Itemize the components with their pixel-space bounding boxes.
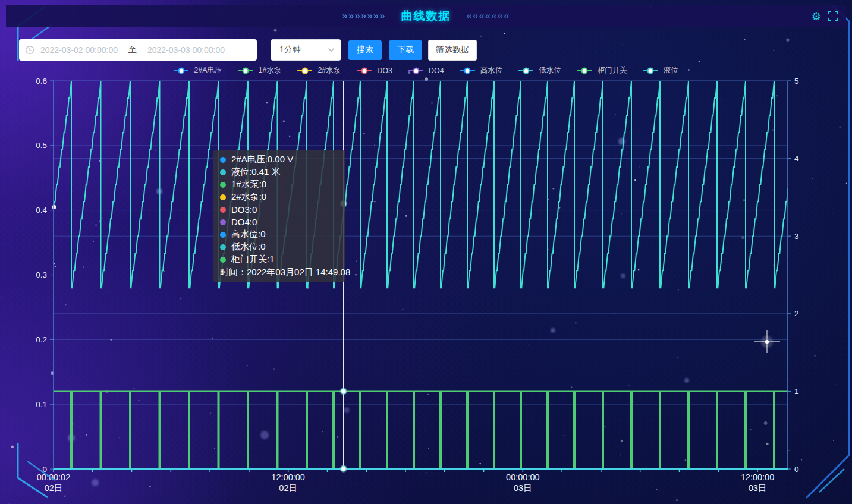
- tooltip-time: 时间：2022年03月02日 14:49.08: [220, 266, 338, 278]
- page-title: 曲线数据: [401, 8, 451, 24]
- y-left-tick-label: 0.6: [36, 77, 47, 86]
- download-button[interactable]: 下载: [389, 40, 422, 60]
- date-end-value[interactable]: 2022-03-03 00:00:00: [142, 45, 231, 55]
- legend-item-5[interactable]: DO4: [408, 67, 444, 75]
- date-range-input[interactable]: 2022-03-02 00:00:00 至 2022-03-03 00:00:0…: [19, 39, 257, 61]
- star: [769, 331, 769, 332]
- tooltip-series-value: 高水位:0: [231, 229, 266, 240]
- x-tick-label-day: 02日: [45, 483, 63, 493]
- search-button[interactable]: 搜索: [348, 40, 382, 60]
- star: [553, 188, 555, 190]
- star: [431, 102, 432, 103]
- chart-legend: 2#A电压1#水泵2#水泵DO3DO4高水位低水位柜门开关液位: [0, 65, 852, 75]
- tooltip-series-value: 低水位:0: [231, 241, 266, 253]
- legend-item-7[interactable]: 低水位: [518, 65, 561, 75]
- star: [776, 95, 778, 96]
- star: [634, 179, 636, 181]
- legend-label: DO3: [377, 67, 392, 75]
- header-bar: »»»»»»» 曲线数据 ««««««« ⚙: [6, 5, 846, 27]
- star: [170, 105, 171, 105]
- star: [620, 454, 621, 455]
- star: [274, 29, 277, 32]
- star: [374, 144, 375, 145]
- legend-label: 液位: [664, 65, 678, 75]
- legend-item-9[interactable]: 液位: [643, 65, 678, 75]
- star: [413, 131, 414, 133]
- corner-accent-bottom-right: [819, 469, 844, 492]
- star: [425, 77, 428, 81]
- legend-label: 1#水泵: [259, 65, 282, 75]
- glow-blob: [92, 479, 99, 486]
- tooltip-series-dot: [220, 219, 226, 225]
- star: [772, 129, 774, 131]
- legend-marker-line: [297, 70, 312, 71]
- star: [559, 207, 560, 208]
- star: [83, 266, 84, 267]
- tooltip-series-dot: [220, 169, 226, 175]
- chevron-down-icon: [328, 48, 335, 52]
- legend-marker-line: [643, 70, 658, 71]
- star: [788, 450, 790, 451]
- legend-item-8[interactable]: 柜门开关: [577, 65, 627, 75]
- star: [65, 304, 66, 305]
- tooltip-series-dot: [220, 257, 226, 263]
- series-line-liquid-level: [54, 81, 788, 288]
- star: [773, 50, 774, 51]
- star: [571, 387, 573, 388]
- tooltip-row: DO4:0: [220, 216, 338, 228]
- legend-item-1[interactable]: 2#A电压: [174, 65, 222, 75]
- star: [741, 236, 745, 240]
- star: [430, 229, 431, 229]
- chart-tooltip: 2#A电压:0.00 V液位:0.41 米1#水泵:02#水泵:0DO3:0DO…: [213, 150, 345, 282]
- star: [639, 166, 640, 167]
- x-tick-label-time: 12:00:00: [741, 472, 774, 482]
- star: [764, 421, 768, 425]
- tooltip-series-value: DO3:0: [231, 204, 257, 215]
- glow-blob: [260, 431, 269, 439]
- star: [766, 443, 768, 445]
- star: [504, 33, 505, 34]
- tooltip-row: 1#水泵:0: [220, 178, 338, 191]
- star: [322, 431, 323, 432]
- filter-data-button[interactable]: 筛选数据: [428, 40, 477, 61]
- legend-label: DO4: [429, 67, 444, 75]
- x-tick-label-time: 00:00:00: [506, 472, 539, 482]
- star: [629, 385, 630, 386]
- legend-label: 柜门开关: [598, 65, 627, 75]
- fullscreen-icon[interactable]: [828, 11, 838, 21]
- star: [138, 400, 139, 401]
- star: [621, 440, 623, 442]
- chart-canvas[interactable]: 00.10.20.30.40.50.601234500:00:0202日12:0…: [0, 0, 852, 504]
- legend-marker-dot: [647, 67, 654, 74]
- star: [839, 126, 841, 128]
- star: [615, 114, 616, 115]
- x-tick-label-time: 00:00:02: [37, 472, 70, 482]
- tooltip-series-value: 1#水泵:0: [231, 179, 266, 190]
- series-line-door-switch: [54, 391, 788, 468]
- star: [744, 39, 746, 40]
- date-start-value[interactable]: 2022-03-02 00:00:00: [34, 45, 124, 55]
- legend-item-4[interactable]: DO3: [357, 67, 392, 75]
- star: [337, 436, 338, 437]
- star: [55, 266, 56, 267]
- star: [480, 36, 482, 37]
- legend-marker-line: [174, 70, 188, 71]
- tooltip-series-value: DO4:0: [231, 217, 257, 227]
- star: [149, 486, 151, 487]
- tooltip-row: 柜门开关:1: [220, 253, 338, 266]
- settings-gear-icon[interactable]: ⚙: [812, 10, 821, 23]
- y-right-tick-label: 0: [794, 465, 799, 474]
- star: [110, 339, 112, 341]
- x-tick-label-day: 02日: [279, 483, 297, 493]
- starfield-background: [0, 0, 852, 504]
- legend-item-2[interactable]: 1#水泵: [238, 65, 282, 75]
- legend-item-3[interactable]: 2#水泵: [297, 65, 341, 75]
- legend-item-6[interactable]: 高水位: [460, 65, 503, 75]
- tooltip-series-value: 2#水泵:0: [231, 191, 266, 203]
- star: [614, 313, 615, 314]
- tooltip-series-value: 液位:0.41 米: [231, 166, 281, 178]
- star: [676, 499, 678, 501]
- interval-select[interactable]: 1分钟: [271, 39, 341, 61]
- star: [356, 261, 357, 262]
- star: [51, 371, 54, 375]
